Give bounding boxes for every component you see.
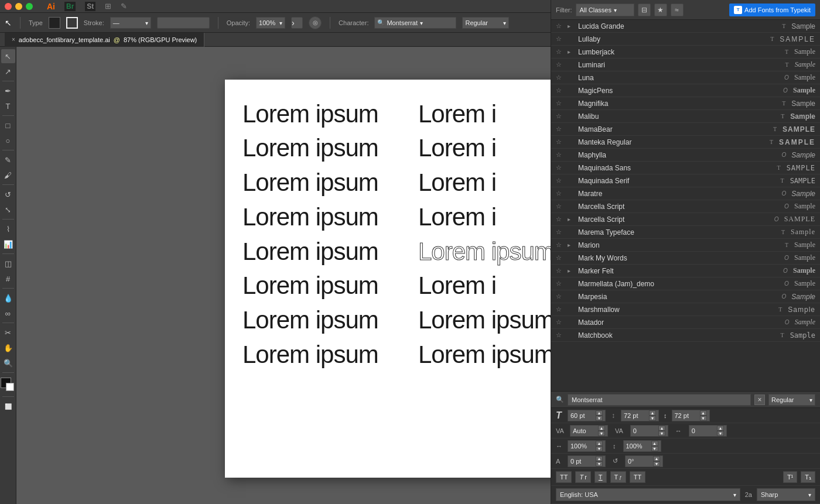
rotate-spinbox[interactable]: 0° ▲ ▼ <box>625 455 663 467</box>
font-expand-btn[interactable]: ▸ <box>568 242 575 249</box>
font-list-item[interactable]: ☆Marema TypefaceTSample <box>551 226 820 239</box>
leading-spinbox-2[interactable]: 72 pt ▲ ▼ <box>672 410 710 421</box>
leading-control[interactable]: 72 pt ▲ ▼ <box>621 410 659 421</box>
tracking-down[interactable]: ▼ <box>658 431 665 436</box>
scale-v-spinbox[interactable]: 100% ▲ ▼ <box>623 440 661 452</box>
tool-eyedropper[interactable]: 💧 <box>1 291 15 305</box>
font-star-btn[interactable]: ☆ <box>556 112 564 121</box>
language-dropdown[interactable]: English: USA <box>556 488 740 501</box>
font-list-item[interactable]: ☆MatadorOSample <box>551 316 820 329</box>
font-size-up[interactable]: ▲ <box>596 410 603 416</box>
font-list-item[interactable]: ☆Marcella ScriptOSample <box>551 200 820 213</box>
font-list-item[interactable]: ☆MarshmallowTSample <box>551 303 820 316</box>
tracking-spinbox-2[interactable]: 0 ▲ ▼ <box>689 425 727 437</box>
pen-icon[interactable]: ✎ <box>121 2 127 11</box>
leading2-down[interactable]: ▼ <box>700 416 707 421</box>
baseline-spinbox[interactable]: 0 pt ▲ ▼ <box>568 455 606 467</box>
strikethrough-style-btn[interactable]: Tƒ <box>610 471 626 483</box>
font-star-btn[interactable]: ☆ <box>556 215 564 224</box>
superscript-btn[interactable]: T¹ <box>783 471 797 483</box>
close-button[interactable] <box>5 3 12 10</box>
font-star-btn[interactable]: ☆ <box>556 241 564 249</box>
color-swatches[interactable] <box>1 378 16 394</box>
font-list-item[interactable]: ☆▸LumberjackTSample <box>551 47 820 59</box>
font-star-btn[interactable]: ☆ <box>556 228 564 236</box>
style-dropdown[interactable]: Regular <box>768 394 815 406</box>
font-star-btn[interactable]: ☆ <box>556 125 564 133</box>
font-star-btn[interactable]: ☆ <box>556 203 564 211</box>
tool-zoom[interactable]: 🔍 <box>1 356 15 370</box>
scale-v-up[interactable]: ▲ <box>651 441 658 446</box>
font-list-item[interactable]: ☆Maquinada SansTSAMPLE <box>551 162 820 174</box>
font-star-btn[interactable]: ☆ <box>556 177 564 185</box>
font-star-btn[interactable]: ☆ <box>556 87 564 95</box>
tool-warp[interactable]: ⌇ <box>1 222 15 236</box>
kerning-up[interactable]: ▲ <box>598 426 605 431</box>
font-expand-btn[interactable]: ▸ <box>568 216 575 223</box>
font-list[interactable]: ☆▸Lucida GrandeTSample☆LullabyTSAMPLE☆▸L… <box>551 47 820 391</box>
maximize-button[interactable] <box>26 3 33 10</box>
font-list-item[interactable]: ☆▸Marker FeltOSample <box>551 265 820 277</box>
font-star-btn[interactable]: ☆ <box>556 254 564 262</box>
font-list-item[interactable]: ☆MarpesiaOSample <box>551 290 820 303</box>
leading-up[interactable]: ▲ <box>649 410 656 416</box>
kerning-down[interactable]: ▼ <box>598 431 605 436</box>
font-star-btn[interactable]: ☆ <box>556 306 564 314</box>
font-star-btn[interactable]: ☆ <box>556 331 564 340</box>
tool-mesh[interactable]: # <box>1 272 15 286</box>
selection-tool[interactable]: ↖ <box>5 18 12 28</box>
tool-scissors[interactable]: ✂ <box>1 325 15 340</box>
scale-h-spinbox[interactable]: 100% ▲ ▼ <box>568 440 606 452</box>
font-expand-btn[interactable]: ▸ <box>568 49 575 56</box>
scale-v-down[interactable]: ▼ <box>651 446 658 451</box>
subscript-btn[interactable]: T₁ <box>801 471 815 483</box>
font-list-item[interactable]: ☆MaphyllaOSample <box>551 149 820 162</box>
bold-style-btn[interactable]: TT <box>556 471 572 483</box>
font-star-btn[interactable]: ☆ <box>556 190 564 198</box>
font-list-item[interactable]: ☆MaratreOSample <box>551 187 820 200</box>
leading-down[interactable]: ▼ <box>649 416 656 421</box>
font-style-dropdown[interactable]: Regular <box>462 17 509 29</box>
font-list-item[interactable]: ☆Manteka RegularTSAMPLE <box>551 136 820 149</box>
font-list-item[interactable]: ☆Maquinada SerifTSAMPLE <box>551 174 820 187</box>
font-list-item[interactable]: ☆LuminariTSample <box>551 59 820 71</box>
font-star-btn[interactable]: ☆ <box>556 164 564 172</box>
scale-h-up[interactable]: ▲ <box>596 441 603 446</box>
font-star-btn[interactable]: ☆ <box>556 151 564 159</box>
foreground-color[interactable] <box>1 378 11 388</box>
font-list-item[interactable]: ☆LunaOSample <box>551 71 820 84</box>
baseline-down[interactable]: ▼ <box>596 461 603 467</box>
font-size-down[interactable]: ▼ <box>596 416 603 421</box>
grid-icon[interactable]: ⊞ <box>105 2 111 11</box>
font-star-btn[interactable]: ☆ <box>556 48 564 56</box>
tool-direct-selection[interactable]: ↗ <box>1 64 15 78</box>
font-star-btn[interactable]: ☆ <box>556 138 564 146</box>
tool-pencil[interactable]: ✎ <box>1 153 15 167</box>
font-size-control[interactable]: 60 pt ▲ ▼ <box>568 410 606 421</box>
sharp-dropdown[interactable]: Sharp <box>757 488 815 501</box>
tool-selection[interactable]: ↖ <box>1 49 15 63</box>
tool-brush[interactable]: 🖌 <box>1 168 15 182</box>
leading2-up[interactable]: ▲ <box>700 410 707 416</box>
search-clear-btn[interactable]: × <box>754 395 765 405</box>
font-star-btn[interactable]: ☆ <box>556 61 564 69</box>
scale-h-down[interactable]: ▼ <box>596 446 603 451</box>
rotate-down[interactable]: ▼ <box>653 461 660 467</box>
stroke-color-box[interactable] <box>66 17 78 29</box>
minimize-button[interactable] <box>15 3 22 10</box>
font-list-item[interactable]: ☆MamaBearTSAMPLE <box>551 123 820 136</box>
tool-column-graph[interactable]: 📊 <box>1 237 15 251</box>
font-list-item[interactable]: ☆▸Marcella ScriptOSAMPLE <box>551 213 820 226</box>
tool-hand[interactable]: ✋ <box>1 341 15 355</box>
font-list-item[interactable]: ☆MalibuTSample <box>551 110 820 123</box>
font-family-dropdown[interactable]: 🔍 Montserrat <box>374 17 456 29</box>
stroke-options[interactable] <box>157 17 210 29</box>
font-star-btn[interactable]: ☆ <box>556 318 564 327</box>
opacity-more-btn[interactable]: › <box>291 17 303 29</box>
tool-rectangle[interactable]: □ <box>1 118 15 132</box>
font-star-btn[interactable]: ☆ <box>556 280 564 288</box>
font-star-btn[interactable]: ☆ <box>556 74 564 82</box>
tracking2-up[interactable]: ▲ <box>717 426 724 431</box>
font-star-btn[interactable]: ☆ <box>556 100 564 108</box>
tool-draw-mode[interactable]: ⬜ <box>1 399 15 413</box>
